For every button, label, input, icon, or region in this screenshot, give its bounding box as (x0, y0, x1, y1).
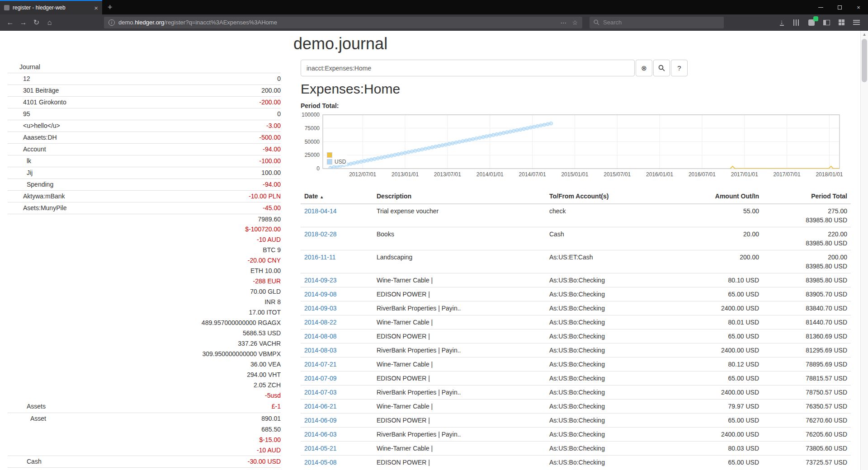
account-heading: Expenses:Home (301, 81, 400, 97)
transaction-date-link[interactable]: 2014-05-08 (304, 459, 337, 466)
transaction-date-link[interactable]: 2014-06-03 (304, 431, 337, 438)
transaction-date-link[interactable]: 2014-05-21 (304, 445, 337, 452)
register-amount-cell: 55.00 (677, 204, 763, 227)
transaction-date-link[interactable]: 2014-06-09 (304, 417, 337, 424)
transaction-date-link[interactable]: 2018-02-28 (304, 230, 337, 238)
hamburger-icon (853, 20, 860, 25)
sidebar-account-link[interactable]: Asets:MunyPile (8, 202, 66, 214)
sidebar-account-link[interactable]: Assets (8, 401, 46, 412)
page-content: Journal 120301 Beiträge200.004101 Giroko… (0, 31, 860, 470)
sidebar-account-link[interactable]: Jij (8, 167, 33, 179)
window-close-button[interactable]: × (849, 0, 868, 14)
transaction-date-link[interactable]: 2016-11-11 (304, 254, 336, 261)
reload-button[interactable]: ↻ (30, 16, 43, 29)
transaction-date-link[interactable]: 2014-08-22 (304, 319, 337, 326)
sidebar-account-link[interactable]: 95 (8, 108, 30, 120)
tab-close-icon[interactable]: × (94, 5, 98, 11)
transaction-date-link[interactable]: 2014-07-09 (304, 375, 337, 382)
transaction-date-link[interactable]: 2014-06-21 (304, 403, 337, 410)
help-button[interactable]: ? (671, 60, 688, 76)
library-icon (793, 19, 800, 26)
register-period-total-cell: 78750.57 USD (763, 385, 851, 400)
sidebar-row: BTC 9 (8, 245, 281, 255)
transaction-date-link[interactable]: 2014-08-03 (304, 347, 337, 354)
url-subdomain: demo. (118, 19, 135, 26)
period-total-line: 220.00 (766, 230, 847, 239)
browser-search-field[interactable]: Search (590, 17, 724, 28)
sidebar-account-link[interactable]: Account (8, 144, 46, 155)
pocket-grid-button[interactable] (837, 18, 846, 27)
downloads-button[interactable]: ↓ (777, 18, 786, 27)
legend-label: USD (335, 159, 346, 165)
vertical-scrollbar[interactable]: ▲ (860, 31, 868, 470)
page-actions-icon[interactable]: ⋯ (560, 19, 566, 26)
clear-query-button[interactable]: ⊗ (636, 60, 652, 76)
register-description-cell: Wine-Tarner Cable | (373, 442, 546, 456)
sidebar-account-link[interactable]: Aktywa:mBank (8, 191, 65, 202)
menu-button[interactable] (852, 18, 861, 27)
register-account-cell: As:US:Bo:Checking (546, 301, 677, 315)
window-restore-button[interactable] (830, 0, 849, 14)
sidebar-row: Assets£-1 (8, 401, 281, 413)
site-info-icon[interactable]: i (108, 19, 115, 26)
scrollbar-thumb[interactable] (862, 39, 867, 82)
window-minimize-button[interactable] (811, 0, 830, 14)
sidebar-account-link[interactable]: Cash (8, 456, 42, 467)
bookmark-star-icon[interactable]: ☆ (572, 19, 578, 26)
register-description-cell: RiverBank Properties | Payin.. (373, 343, 546, 357)
register-table-body: 2018-04-14Trial expense vouchercheck55.0… (301, 204, 851, 469)
register-column-header[interactable]: Period Total (763, 190, 851, 204)
sidebar-account-link[interactable]: 12 (8, 73, 30, 85)
url-bar[interactable]: i demo.hledger.org/register?q=inacct%3AE… (104, 17, 582, 28)
register-column-header[interactable]: To/From Account(s) (546, 190, 677, 204)
download-icon: ↓ (780, 19, 784, 26)
transaction-date-link[interactable]: 2014-07-03 (304, 389, 337, 396)
transaction-date-link[interactable]: 2014-09-23 (304, 277, 337, 284)
register-row: 2014-05-21Wine-Tarner Cable |As:US:Bo:Ch… (301, 442, 851, 456)
sidebar-account-balance: $-100720.00 (245, 224, 281, 234)
register-column-header[interactable]: Description (373, 190, 546, 204)
sidebar-account-link[interactable]: Aaasets:DH (8, 132, 57, 143)
extension-button[interactable] (807, 18, 816, 27)
period-total-chart: 02500050000750001000002012/07/012013/01/… (301, 112, 843, 181)
transaction-date-link[interactable]: 2014-07-21 (304, 361, 337, 368)
register-account-cell: As:US:Bo:Checking (546, 371, 677, 385)
register-column-header[interactable]: Amount Out/In (677, 190, 763, 204)
sidebar-account-balance: -5usd (265, 390, 281, 400)
register-date-cell: 2014-06-03 (301, 428, 373, 442)
sidebar-account-link[interactable]: <u>hello</u> (8, 120, 60, 132)
sidebar-account-balance: 17.00 ITOT (249, 307, 281, 317)
svg-text:2012/07/01: 2012/07/01 (349, 171, 376, 178)
register-date-cell: 2014-06-21 (301, 400, 373, 414)
sidebar-account-link[interactable]: 301 Beiträge (8, 85, 59, 96)
library-button[interactable] (792, 18, 801, 27)
submit-search-button[interactable] (653, 60, 670, 76)
sidebar-toggle-button[interactable] (822, 18, 831, 27)
sidebar-row: Asets:MunyPile-45.00 (8, 202, 281, 214)
new-tab-button[interactable]: + (102, 0, 118, 14)
sidebar-account-balance: 5686.53 USD (243, 328, 281, 338)
home-button[interactable]: ⌂ (43, 16, 56, 29)
transaction-date-link[interactable]: 2014-08-08 (304, 333, 337, 340)
transaction-date-link[interactable]: 2014-09-08 (304, 291, 337, 298)
query-input[interactable] (301, 60, 635, 76)
sidebar-account-link[interactable]: Spending (8, 179, 53, 190)
sidebar-account-link[interactable]: Asset (8, 413, 46, 424)
back-button[interactable]: ← (4, 16, 17, 29)
sidebar-account-balance: -94.00 (263, 179, 281, 190)
scroll-up-icon[interactable]: ▲ (861, 31, 868, 37)
register-column-header[interactable]: Date▲ (301, 190, 373, 204)
browser-tab-active[interactable]: register - hledger-web × (0, 0, 102, 14)
svg-text:100000: 100000 (302, 112, 320, 118)
legend-entry: USD (327, 158, 346, 165)
register-account-cell: check (546, 204, 677, 227)
period-total-line: 76270.60 USD (766, 416, 847, 425)
period-total-line: 81440.70 USD (766, 318, 847, 327)
forward-button[interactable]: → (17, 16, 30, 29)
sidebar-account-link[interactable]: 4101 Girokonto (8, 97, 66, 108)
sidebar-account-balance: -3.00 (266, 120, 281, 132)
sidebar-account-link[interactable]: lk (8, 155, 31, 167)
sidebar-journal-link[interactable]: Journal (8, 61, 281, 73)
transaction-date-link[interactable]: 2014-09-03 (304, 305, 337, 312)
transaction-date-link[interactable]: 2018-04-14 (304, 207, 337, 215)
